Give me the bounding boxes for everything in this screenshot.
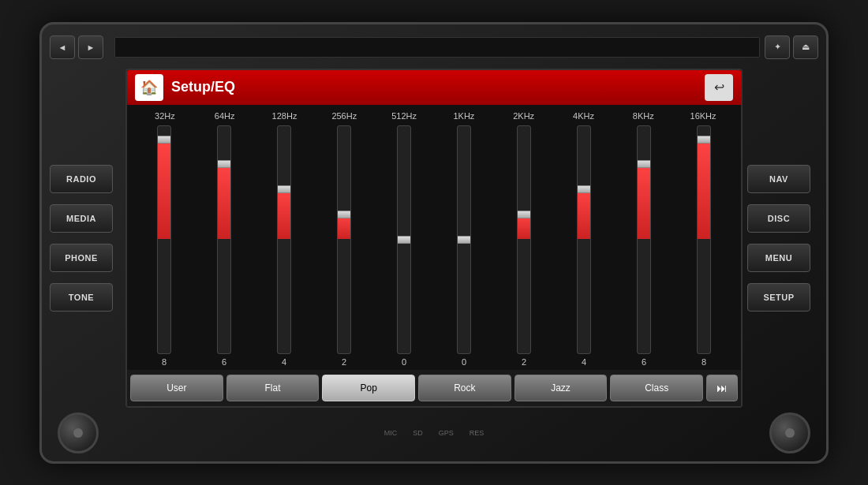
car-head-unit: ◄ ► ✦ ⏏ RADIO MEDIA PHONE TONE 🏠 Setup/E… [39,22,829,464]
slider-value-label: 4 [282,357,286,367]
brightness-button[interactable]: ✦ [765,35,790,59]
right-panel: NAV DISC MENU SETUP [747,69,818,408]
home-icon[interactable]: 🏠 [135,74,163,101]
eq-slider-512Hz[interactable]: 0 [375,125,433,367]
slider-fill [278,189,290,239]
eq-slider-8KHz[interactable]: 6 [615,125,673,367]
bottom-indicators: MIC SD GPS RES [384,412,485,453]
eq-track-2KHz[interactable] [517,125,531,354]
nav-button[interactable]: NAV [747,165,810,193]
menu-button[interactable]: MENU [747,244,810,272]
cd-slot [114,37,760,58]
back-button[interactable]: ↩ [705,74,733,101]
tone-button[interactable]: TONE [50,283,113,312]
slider-thumb[interactable] [157,136,171,144]
next-button[interactable]: ► [78,35,103,59]
phone-button[interactable]: PHONE [50,244,113,272]
eq-slider-32Hz[interactable]: 8 [135,125,193,367]
main-area: RADIO MEDIA PHONE TONE 🏠 Setup/EQ ↩ 32Hz… [50,69,818,408]
slider-value-label: 6 [642,357,646,367]
left-knob[interactable] [58,412,99,453]
slider-value-label: 2 [522,357,526,367]
eq-track-1KHz[interactable] [457,125,471,354]
slider-value-label: 0 [402,357,406,367]
eq-labels-row: 32Hz64Hz128Hz256Hz512Hz1KHz2KHz4KHz8KHz1… [135,111,733,121]
eq-label-2KHz: 2KHz [504,111,544,121]
slider-value-label: 8 [702,357,706,367]
eq-slider-64Hz[interactable]: 6 [195,125,253,367]
left-knob-inner [73,428,83,438]
preset-user-button[interactable]: User [130,375,223,401]
eq-label-64Hz: 64Hz [205,111,245,121]
slider-fill [698,140,710,240]
eq-track-128Hz[interactable] [277,125,291,354]
eq-slider-4KHz[interactable]: 4 [555,125,613,367]
disc-button[interactable]: DISC [747,204,810,233]
eq-track-16KHz[interactable] [697,125,711,354]
preset-pop-button[interactable]: Pop [322,375,415,401]
eq-slider-128Hz[interactable]: 4 [255,125,313,367]
slider-fill [578,189,590,239]
eq-sliders-row[interactable]: 8642002468 [135,125,733,367]
preset-jazz-button[interactable]: Jazz [514,375,608,401]
mic-indicator: MIC [384,429,398,437]
eq-track-256Hz[interactable] [337,125,351,354]
eq-slider-1KHz[interactable]: 0 [435,125,493,367]
slider-value-label: 6 [222,357,226,367]
slider-thumb[interactable] [577,185,591,193]
eq-label-32Hz: 32Hz [145,111,185,121]
eq-label-16KHz: 16KHz [683,111,723,121]
right-knob[interactable] [769,412,810,453]
slider-value-label: 2 [342,357,346,367]
eject-button[interactable]: ⏏ [793,35,818,59]
slider-thumb[interactable] [517,211,531,218]
eq-slider-16KHz[interactable]: 8 [675,125,733,367]
bottom-knobs-row: MIC SD GPS RES [50,412,818,453]
eq-track-8KHz[interactable] [637,125,651,354]
slider-thumb[interactable] [457,236,471,244]
preset-flat-button[interactable]: Flat [226,375,320,401]
eq-label-256Hz: 256Hz [324,111,364,121]
slider-value-label: 4 [582,357,586,367]
eq-label-512Hz: 512Hz [384,111,424,121]
slider-thumb[interactable] [697,136,711,144]
preset-next-button[interactable]: ⏭ [706,375,738,401]
screen-title: Setup/EQ [171,79,697,95]
eq-area: 32Hz64Hz128Hz256Hz512Hz1KHz2KHz4KHz8KHz1… [127,105,741,370]
slider-thumb[interactable] [397,236,411,244]
slider-value-label: 0 [462,357,466,367]
eq-label-8KHz: 8KHz [623,111,663,121]
eq-slider-2KHz[interactable]: 2 [495,125,553,367]
slider-thumb[interactable] [637,160,651,168]
slider-fill [638,164,650,239]
eq-label-128Hz: 128Hz [264,111,304,121]
preset-row: UserFlatPopRockJazzClass⏭ [127,370,741,406]
slider-fill [158,140,170,240]
eq-track-64Hz[interactable] [217,125,231,354]
slider-thumb[interactable] [277,185,291,193]
preset-class-button[interactable]: Class [610,375,703,401]
sd-indicator: SD [413,429,423,437]
preset-rock-button[interactable]: Rock [418,375,511,401]
eq-slider-256Hz[interactable]: 2 [315,125,373,367]
slider-thumb[interactable] [337,211,351,218]
gps-indicator: GPS [439,429,454,437]
right-knob-inner [785,428,795,438]
top-left-controls: ◄ ► [50,35,103,59]
eq-track-4KHz[interactable] [577,125,591,354]
screen-header: 🏠 Setup/EQ ↩ [127,70,741,105]
res-indicator: RES [470,429,485,437]
screen: 🏠 Setup/EQ ↩ 32Hz64Hz128Hz256Hz512Hz1KHz… [125,69,743,408]
prev-button[interactable]: ◄ [50,35,75,59]
eq-label-1KHz: 1KHz [444,111,484,121]
radio-button[interactable]: RADIO [50,165,113,193]
media-button[interactable]: MEDIA [50,204,113,233]
eq-track-32Hz[interactable] [157,125,171,354]
left-panel: RADIO MEDIA PHONE TONE [50,69,121,408]
top-transport-bar: ◄ ► ✦ ⏏ [50,32,818,62]
top-right-controls: ✦ ⏏ [765,35,818,59]
slider-fill [218,164,230,239]
slider-thumb[interactable] [217,160,231,168]
setup-button[interactable]: SETUP [747,283,810,312]
eq-track-512Hz[interactable] [397,125,411,354]
